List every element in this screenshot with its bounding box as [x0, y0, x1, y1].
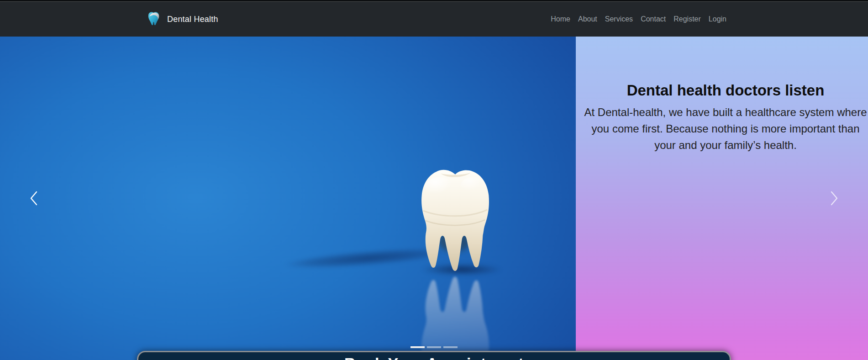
page: Dental Health HomeAboutServicesContactRe… [0, 0, 868, 360]
tooth-cast-shadow [245, 239, 440, 279]
nav-link-register[interactable]: Register [673, 15, 701, 23]
nav-link-about[interactable]: About [578, 15, 597, 23]
carousel-slide-image [0, 37, 576, 360]
booking-title: Book Your Appointment [138, 355, 730, 360]
navbar: Dental Health HomeAboutServicesContactRe… [0, 2, 868, 37]
navbar-links: HomeAboutServicesContactRegisterLogin [551, 15, 726, 23]
nav-link-login[interactable]: Login [709, 15, 726, 23]
nav-link-home[interactable]: Home [551, 15, 570, 23]
chevron-left-icon [26, 189, 42, 207]
carousel-indicator-2[interactable] [427, 346, 441, 348]
carousel-indicator-3[interactable] [443, 346, 458, 348]
tooth-3d-image [413, 167, 497, 274]
nav-link-services[interactable]: Services [605, 15, 633, 23]
carousel-indicator-1[interactable] [410, 346, 425, 348]
chevron-right-icon [826, 189, 842, 207]
carousel-next-button[interactable] [800, 37, 868, 360]
booking-card: Book Your Appointment [137, 351, 731, 360]
brand-text: Dental Health [167, 15, 218, 24]
hero-carousel: Dental health doctors listen At Dental-h… [0, 37, 868, 360]
window-top-edge-line [0, 1, 868, 2]
brand-link[interactable]: Dental Health [147, 11, 218, 27]
nav-link-contact[interactable]: Contact [641, 15, 666, 23]
carousel-indicators [0, 346, 868, 348]
carousel-prev-button[interactable] [0, 37, 68, 360]
tooth-logo-icon [147, 11, 160, 27]
